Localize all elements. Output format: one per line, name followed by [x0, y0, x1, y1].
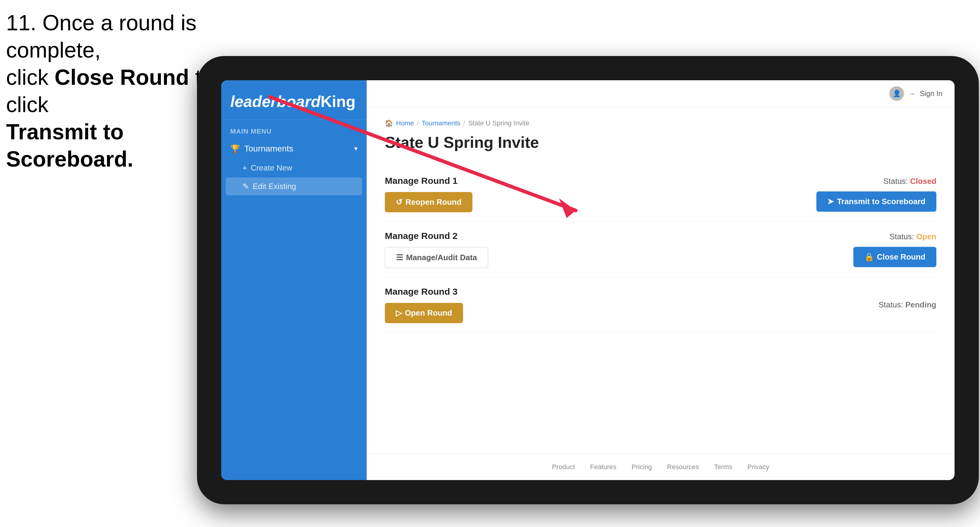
reopen-round-label: Reopen Round: [406, 197, 461, 207]
round-2-status: Status: Open: [889, 232, 936, 241]
footer-privacy-link[interactable]: Privacy: [747, 463, 769, 471]
breadcrumb: 🏠 Home / Tournaments / State U Spring In…: [385, 119, 936, 127]
round-1-title: Manage Round 1: [385, 176, 473, 186]
round-3-status: Status: Pending: [878, 300, 936, 310]
footer-product-link[interactable]: Product: [552, 463, 575, 471]
footer-terms-link[interactable]: Terms: [714, 463, 732, 471]
close-round-label: Close Round: [877, 252, 926, 262]
user-icon: 👤: [893, 90, 901, 97]
open-icon: ▷: [396, 308, 402, 318]
breadcrumb-sep-1: /: [417, 119, 419, 127]
lock-icon: 🔒: [864, 252, 874, 262]
round-3-title: Manage Round 3: [385, 287, 463, 297]
transmit-scoreboard-button[interactable]: ➤ Transmit to Scoreboard: [816, 191, 936, 212]
instruction-line3: Transmit to Scoreboard.: [6, 120, 133, 171]
main-menu-label: MAIN MENU: [221, 120, 367, 138]
round-1-left: Manage Round 1 ↺ Reopen Round: [385, 176, 473, 212]
sidebar-item-tournaments[interactable]: 🏆 Tournaments ▾: [221, 138, 367, 159]
audit-icon: ☰: [396, 253, 403, 262]
transmit-scoreboard-label: Transmit to Scoreboard: [837, 197, 926, 206]
round-3-left: Manage Round 3 ▷ Open Round: [385, 287, 463, 323]
avatar: 👤: [889, 86, 904, 101]
sign-in-label: Sign In: [920, 89, 942, 98]
breadcrumb-home-link[interactable]: Home: [396, 119, 414, 127]
logo: leaderboardKing: [230, 92, 358, 111]
footer: Product Features Pricing Resources Terms…: [367, 454, 955, 480]
round-1-section: Manage Round 1 ↺ Reopen Round Status: Cl…: [385, 167, 936, 222]
footer-resources-link[interactable]: Resources: [667, 463, 699, 471]
sidebar-item-edit-existing[interactable]: ✎ Edit Existing: [226, 178, 362, 195]
plus-icon: +: [242, 163, 247, 173]
round-3-section: Manage Round 3 ▷ Open Round Status: Pend…: [385, 278, 936, 333]
chevron-down-icon: ▾: [354, 145, 358, 152]
round-2-title: Manage Round 2: [385, 231, 488, 241]
transmit-icon: ➤: [827, 197, 834, 206]
logo-area: leaderboardKing: [221, 80, 367, 120]
round-1-right: Status: Closed ➤ Transmit to Scoreboard: [816, 176, 936, 212]
round-2-left: Manage Round 2 ☰ Manage/Audit Data: [385, 231, 488, 268]
breadcrumb-sep-2: /: [463, 119, 465, 127]
trophy-icon: 🏆: [230, 144, 240, 154]
round-2-status-value: Open: [916, 232, 936, 241]
instruction-line1: 11. Once a round is complete,: [6, 11, 196, 62]
round-2-section: Manage Round 2 ☰ Manage/Audit Data Statu…: [385, 222, 936, 278]
round-1-status: Status: Closed: [883, 176, 936, 186]
app-layout: leaderboardKing MAIN MENU 🏆 Tournaments …: [221, 80, 955, 480]
breadcrumb-home-icon: 🏠: [385, 119, 393, 127]
sign-in-area[interactable]: 👤 → Sign In: [889, 86, 942, 101]
main-content: 👤 → Sign In 🏠 Home / Tournaments /: [367, 80, 955, 480]
top-bar: 👤 → Sign In: [367, 80, 955, 107]
edit-existing-label: Edit Existing: [253, 182, 296, 191]
round-3-right: Status: Pending: [878, 300, 936, 310]
content-area: 🏠 Home / Tournaments / State U Spring In…: [367, 107, 955, 454]
close-round-button[interactable]: 🔒 Close Round: [853, 247, 936, 267]
manage-audit-label: Manage/Audit Data: [406, 253, 477, 262]
round-2-right: Status: Open 🔒 Close Round: [853, 232, 936, 267]
open-round-button[interactable]: ▷ Open Round: [385, 303, 463, 323]
sign-in-arrow-icon: →: [908, 89, 915, 98]
tablet-screen: leaderboardKing MAIN MENU 🏆 Tournaments …: [221, 80, 955, 480]
breadcrumb-tournaments-link[interactable]: Tournaments: [422, 119, 460, 127]
open-round-label: Open Round: [405, 308, 452, 318]
manage-audit-button[interactable]: ☰ Manage/Audit Data: [385, 247, 488, 268]
reopen-round-button[interactable]: ↺ Reopen Round: [385, 192, 473, 212]
breadcrumb-current: State U Spring Invite: [468, 119, 530, 127]
round-3-status-value: Pending: [905, 300, 936, 309]
page-title: State U Spring Invite: [385, 133, 936, 151]
tablet-device: leaderboardKing MAIN MENU 🏆 Tournaments …: [197, 56, 979, 504]
edit-icon: ✎: [242, 182, 249, 191]
sidebar-item-create-new[interactable]: + Create New: [221, 159, 367, 177]
sidebar: leaderboardKing MAIN MENU 🏆 Tournaments …: [221, 80, 367, 480]
sidebar-tournaments-label: Tournaments: [244, 144, 293, 154]
create-new-label: Create New: [251, 163, 292, 173]
round-1-status-value: Closed: [910, 176, 936, 186]
footer-pricing-link[interactable]: Pricing: [632, 463, 652, 471]
footer-features-link[interactable]: Features: [590, 463, 616, 471]
reopen-icon: ↺: [396, 197, 402, 207]
